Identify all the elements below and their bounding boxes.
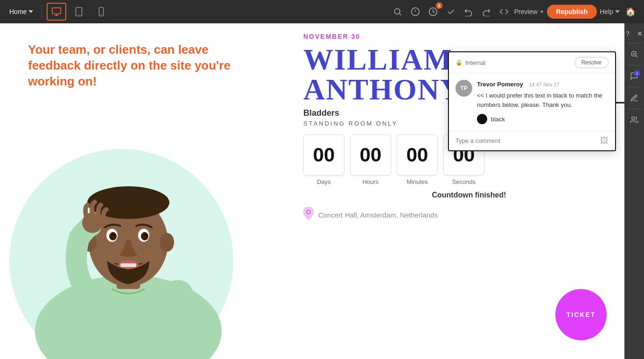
days-value: 00 <box>303 134 344 176</box>
sidebar-divider-3 <box>627 87 641 87</box>
check-icon[interactable] <box>443 4 458 19</box>
color-chip: black <box>477 114 609 124</box>
main-content: Your team, or clients, can leave feedbac… <box>0 23 644 359</box>
sidebar-divider-2 <box>627 65 641 65</box>
search-icon[interactable] <box>390 4 405 19</box>
seconds-label: Seconds <box>452 178 476 185</box>
location-text: Concert Hall, Amsterdam, Netherlands <box>318 211 438 219</box>
color-label: black <box>491 116 505 123</box>
sidebar-edit-icon[interactable] <box>626 90 642 106</box>
sidebar-users-icon[interactable] <box>626 112 642 128</box>
svg-rect-0 <box>52 8 61 14</box>
notification-badge: 1 <box>436 2 442 9</box>
comment-meta: Trevor Pomeroy 14:47 Nov 27 << I would p… <box>477 80 609 124</box>
location: Concert Hall, Amsterdam, Netherlands <box>303 207 635 223</box>
comment-author: Trevor Pomeroy <box>477 81 523 88</box>
hours-label: Hours <box>363 178 379 185</box>
date-label: NOVEMBER 30 <box>303 33 635 40</box>
left-panel: Your team, or clients, can leave feedbac… <box>0 23 289 359</box>
info-icon[interactable] <box>408 4 423 19</box>
countdown-days: 00 Days <box>303 134 344 185</box>
comment-text: << I would prefer this text in black to … <box>477 91 609 109</box>
home-label: Home <box>9 8 27 15</box>
help-menu[interactable]: Help <box>600 8 620 15</box>
tablet-device-button[interactable] <box>69 3 89 21</box>
mobile-device-button[interactable] <box>91 3 111 21</box>
avatar: TP <box>455 80 472 97</box>
lock-icon: 🔒 <box>455 59 462 66</box>
sidebar-zoom-icon[interactable] <box>626 46 642 62</box>
svg-point-15 <box>109 232 117 240</box>
close-panel-icon[interactable]: ✕ <box>634 27 644 40</box>
svg-point-16 <box>112 233 115 236</box>
minutes-value: 00 <box>397 134 438 176</box>
name-william: William <box>303 45 453 75</box>
svg-point-18 <box>141 232 148 240</box>
republish-button[interactable]: Republish <box>547 5 597 19</box>
preview-button[interactable]: Preview <box>514 8 544 15</box>
comment-popup: 🔒 Internal Resolve TP Trevor Pomeroy 14:… <box>448 51 616 151</box>
redo-icon[interactable] <box>479 4 494 19</box>
days-label: Days <box>317 178 331 185</box>
comment-input[interactable] <box>455 137 596 144</box>
countdown-hours: 00 Hours <box>350 134 391 185</box>
comment-user: TP Trevor Pomeroy 14:47 Nov 27 << I woul… <box>455 80 609 124</box>
toolbar: Home 1 Preview Republish Help 🏠 <box>0 0 644 23</box>
sidebar-notification-badge: 1 <box>634 70 640 77</box>
ticket-button[interactable]: TICKET <box>555 289 607 340</box>
svg-point-27 <box>632 117 635 120</box>
location-pin-icon <box>303 207 314 223</box>
help-question-icon[interactable]: ? <box>623 27 632 40</box>
minutes-label: Minutes <box>406 178 428 185</box>
home-icon[interactable]: 🏠 <box>623 4 638 20</box>
sidebar-divider-1 <box>627 43 641 43</box>
svg-point-19 <box>144 233 147 236</box>
svg-rect-21 <box>120 263 136 267</box>
sidebar-divider-4 <box>627 109 641 109</box>
comment-time: 14:47 Nov 27 <box>529 82 559 87</box>
code-icon[interactable] <box>497 4 511 19</box>
hours-value: 00 <box>350 134 391 176</box>
countdown-finished: Countdown finished! <box>303 191 635 199</box>
comment-body: TP Trevor Pomeroy 14:47 Nov 27 << I woul… <box>449 73 615 131</box>
right-sidebar: ? ✕ 1 <box>624 23 644 359</box>
svg-point-4 <box>101 14 102 15</box>
right-panel: NOVEMBER 30 William 2 Anthony Bladders S… <box>289 23 644 359</box>
comment-header: 🔒 Internal Resolve <box>449 52 615 73</box>
home-menu[interactable]: Home <box>6 8 37 15</box>
svg-point-13 <box>160 233 174 252</box>
comments-icon[interactable]: 1 <box>426 4 441 19</box>
internal-label: 🔒 Internal <box>455 59 485 66</box>
resolve-button[interactable]: Resolve <box>574 57 609 68</box>
sidebar-comments-icon[interactable]: 1 <box>626 68 642 84</box>
image-attach-icon[interactable]: 🖼 <box>600 136 609 146</box>
countdown-minutes: 00 Minutes <box>397 134 438 185</box>
svg-point-5 <box>394 8 400 14</box>
desktop-device-button[interactable] <box>47 3 66 21</box>
svg-point-2 <box>78 14 79 15</box>
person-image <box>14 60 243 359</box>
color-dot-black <box>477 114 487 124</box>
divider-1 <box>42 5 42 18</box>
comment-input-area: 🖼 <box>449 131 615 150</box>
undo-icon[interactable] <box>461 4 476 19</box>
